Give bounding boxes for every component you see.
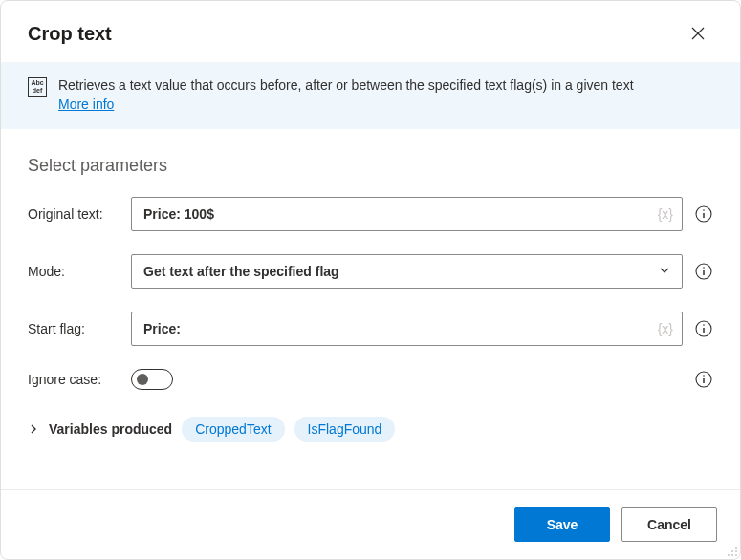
start-flag-info-button[interactable] — [694, 319, 713, 338]
section-title: Select parameters — [28, 156, 713, 176]
svg-point-10 — [703, 324, 705, 326]
svg-point-7 — [703, 267, 705, 269]
param-row-mode: Mode: Get text after the specified flag — [28, 254, 713, 289]
info-icon — [695, 263, 712, 280]
ignore-case-label: Ignore case: — [28, 372, 120, 387]
mode-label: Mode: — [28, 264, 120, 279]
info-banner: Abc def Retrieves a text value that occu… — [1, 62, 740, 129]
toggle-knob — [137, 374, 148, 385]
original-text-input[interactable] — [131, 197, 683, 231]
dialog-footer: Save Cancel — [1, 489, 740, 559]
mode-select-value: Get text after the specified flag — [143, 264, 339, 279]
variables-produced-label[interactable]: Variables produced — [49, 421, 172, 437]
dialog-header: Crop text — [1, 1, 740, 62]
param-row-original-text: Original text: {x} — [28, 197, 713, 231]
param-row-ignore-case: Ignore case: — [28, 369, 713, 390]
mode-select[interactable]: Get text after the specified flag — [131, 254, 683, 289]
more-info-link[interactable]: More info — [58, 97, 114, 112]
chevron-right-icon — [28, 423, 39, 435]
ignore-case-info-button[interactable] — [694, 370, 713, 389]
svg-point-13 — [703, 375, 705, 377]
variables-produced-row: Variables produced CroppedText IsFlagFou… — [28, 417, 713, 442]
dialog-title: Crop text — [28, 23, 112, 45]
cancel-button[interactable]: Cancel — [621, 507, 717, 542]
variable-pill-isflagfound[interactable]: IsFlagFound — [294, 417, 396, 442]
svg-point-4 — [703, 209, 705, 211]
close-icon — [691, 27, 705, 40]
info-icon — [695, 205, 712, 223]
crop-text-dialog: Crop text Abc def Retrieves a text value… — [0, 0, 741, 560]
save-button[interactable]: Save — [514, 507, 610, 542]
ignore-case-toggle[interactable] — [131, 369, 173, 390]
abc-icon: Abc def — [28, 77, 47, 97]
info-icon — [695, 371, 712, 388]
original-text-label: Original text: — [28, 206, 120, 222]
chevron-down-icon — [659, 264, 670, 279]
start-flag-label: Start flag: — [28, 321, 120, 336]
mode-info-button[interactable] — [694, 262, 713, 281]
banner-description: Retrieves a text value that occurs befor… — [58, 77, 634, 93]
param-row-start-flag: Start flag: {x} — [28, 312, 713, 346]
dialog-body: Select parameters Original text: {x} Mod… — [1, 129, 740, 489]
variables-expand-button[interactable] — [28, 423, 39, 435]
variable-pill-croppedtext[interactable]: CroppedText — [182, 417, 284, 442]
info-icon — [695, 320, 712, 337]
start-flag-input[interactable] — [131, 312, 683, 346]
close-button[interactable] — [683, 18, 713, 49]
info-banner-text: Retrieves a text value that occurs befor… — [58, 75, 634, 114]
original-text-info-button[interactable] — [694, 205, 713, 224]
